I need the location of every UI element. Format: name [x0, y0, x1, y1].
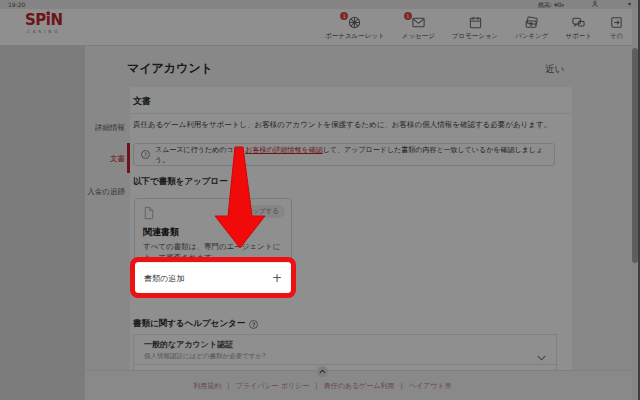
plus-icon: + — [272, 271, 282, 285]
add-documents-button[interactable]: 書類の追加 + — [135, 262, 291, 293]
dim-overlay — [0, 0, 640, 400]
add-documents-label: 書類の追加 — [144, 273, 184, 284]
screen: 19:20 残高: ¥0▾ ▾ SPiN ★ CASINO 1 ボーナスルーレッ… — [0, 0, 640, 400]
tutorial-arrow-icon — [210, 143, 270, 253]
